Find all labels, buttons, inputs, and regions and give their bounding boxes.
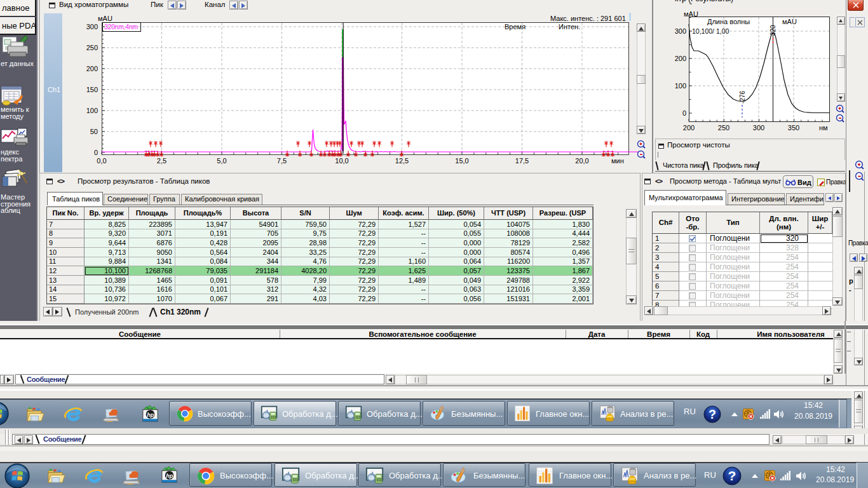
svg-text:?: ? [709, 407, 716, 421]
svg-text:?: ? [728, 468, 736, 483]
svg-text:hp: hp [166, 473, 173, 479]
svg-text:hp: hp [147, 412, 154, 418]
